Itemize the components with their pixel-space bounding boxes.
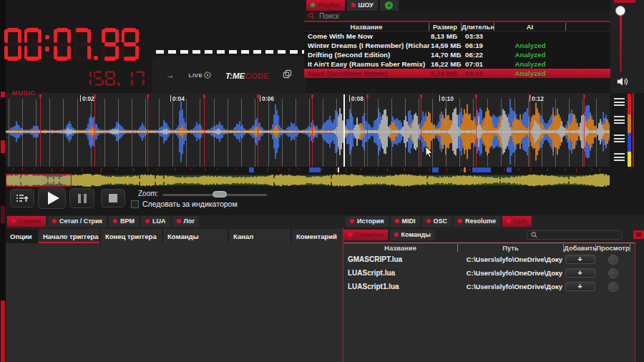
volume-slider[interactable]	[620, 11, 622, 72]
follow-checkbox[interactable]	[131, 200, 139, 208]
zoom-slider-handle[interactable]	[213, 191, 227, 197]
time-label: 0:06	[262, 95, 274, 102]
view-script-radio[interactable]	[608, 255, 618, 265]
time-label: 0:04	[172, 95, 185, 102]
waveform-display[interactable]	[6, 93, 610, 167]
secondary-display	[82, 71, 147, 86]
layer-menu-icon[interactable]	[614, 98, 625, 106]
tab-status-dot	[311, 3, 315, 7]
script-tab-4[interactable]: Лог	[172, 216, 200, 227]
search-icon	[531, 232, 537, 238]
layer-row	[614, 134, 625, 142]
volume-value-label	[614, 0, 635, 3]
layer-row	[614, 116, 625, 124]
column-header: Просмотр	[596, 244, 630, 252]
script-row: GMASCRIPT.luaC:\Users\slyfo\OneDrive\Док…	[343, 253, 635, 266]
goto-arrow-button[interactable]: →	[166, 70, 175, 80]
playlist-tab-0[interactable]: Playlist	[306, 0, 345, 11]
time-label: 0:02	[82, 95, 94, 102]
layer-color-bar	[628, 114, 631, 133]
play-button[interactable]	[38, 187, 66, 209]
column-header: Путь	[458, 244, 564, 252]
playlist-row[interactable]: Naxo (Gordlixon Remix)5,74 МБ04:16Analyz…	[304, 69, 610, 78]
segment-digit	[54, 28, 71, 61]
tab-status-dot	[394, 233, 399, 237]
playlist-tab-1[interactable]: ШОУ	[347, 0, 378, 11]
tab-status-dot	[113, 219, 117, 223]
duplicate-window-button[interactable]	[283, 69, 292, 82]
lua-subtab-1[interactable]: Команды	[390, 230, 435, 240]
script-tab-2[interactable]: BPM	[109, 216, 139, 227]
live-button[interactable]: LIVE	[189, 72, 212, 79]
tab-status-dot	[348, 233, 352, 237]
add-script-button[interactable]: +	[565, 268, 595, 278]
script-panel: СкриптСетап / СтрикBPMLUAЛог ОпцииНачало…	[6, 215, 343, 362]
lua-action-button[interactable]	[633, 230, 644, 239]
script-tab-1[interactable]: Сетап / Стрик	[48, 216, 107, 227]
search-icon	[308, 13, 315, 19]
tab-status-dot	[350, 219, 354, 223]
tab-status-dot	[145, 219, 150, 223]
segment-digit	[122, 28, 139, 61]
segment-digit	[24, 28, 42, 61]
script-tab-3[interactable]: LUA	[141, 216, 170, 227]
column-header	[566, 23, 610, 31]
queue-button[interactable]	[10, 189, 34, 207]
panel-divider	[343, 228, 343, 362]
column-header: AI	[494, 23, 566, 31]
playlist-header: НазваниеРазмерДлительнAI	[304, 22, 610, 31]
add-script-button[interactable]: +	[565, 255, 595, 264]
tab-status-dot	[426, 219, 431, 223]
segment-digit	[135, 71, 145, 86]
lua-search-input[interactable]	[527, 230, 622, 240]
search-input[interactable]: Поиск	[304, 11, 610, 22]
playlist-row[interactable]: Come With Me Now8,13 МБ03:33	[304, 31, 610, 41]
speaker-icon[interactable]	[616, 76, 629, 87]
segment-digit	[74, 28, 91, 61]
tab-status-dot	[52, 219, 57, 223]
overview-waveform[interactable]	[6, 167, 610, 187]
queue-icon	[16, 192, 29, 204]
lua-subtab-0[interactable]: Скрипты	[343, 230, 388, 240]
playlist-panel: PlaylistШОУ+ Поиск НазваниеРазмерДлитель…	[304, 0, 610, 93]
lua-tab-1[interactable]: MIDI	[391, 216, 420, 227]
add-playlist-button[interactable]: +	[380, 0, 399, 11]
layer-menu-icon[interactable]	[614, 153, 625, 161]
layer-menu-icon[interactable]	[614, 116, 625, 124]
lua-scripts-table: НазваниеПутьДобавитьПросмотр GMASCRIPT.l…	[343, 243, 635, 362]
live-play-icon	[204, 72, 211, 79]
segment-digit	[102, 28, 119, 61]
column-header	[630, 244, 635, 252]
view-script-radio[interactable]	[608, 282, 618, 292]
pause-button[interactable]	[69, 188, 94, 208]
segment-digit	[105, 71, 115, 86]
tab-status-dot	[177, 219, 181, 223]
lua-tab-2[interactable]: OSC	[422, 216, 452, 227]
playlist-row[interactable]: Drifting (Second Edition)14,70 МБ06:22An…	[304, 50, 610, 59]
trigger-column-header: Начало триггера	[39, 229, 99, 243]
segment-colon	[44, 28, 52, 61]
script-tab-0[interactable]: Скрипт	[7, 216, 46, 227]
playlist-row[interactable]: Winter Dreams (I Remember) (Richard Earn…	[304, 41, 610, 50]
playlist-row[interactable]: It Ain't Easy (Rasmus Faber Remix)16,22 …	[304, 59, 610, 69]
layer-color-bar	[628, 152, 631, 167]
lua-tab-0[interactable]: История	[346, 216, 389, 227]
trigger-column-header: Команды	[163, 229, 228, 243]
layer-color-bar	[628, 94, 631, 114]
segment-digit	[82, 71, 92, 86]
tab-status-dot	[395, 219, 399, 223]
trigger-column-header: Канал	[229, 229, 291, 243]
view-script-radio[interactable]	[608, 268, 618, 278]
layer-menu-icon[interactable]	[614, 134, 625, 142]
duplicate-icon	[283, 69, 292, 79]
column-header: Длительн	[462, 23, 494, 31]
add-script-button[interactable]: +	[565, 282, 595, 291]
script-row: LUAScript.luaC:\Users\slyfo\OneDrive\Док…	[343, 266, 635, 280]
lua-table-header: НазваниеПутьДобавитьПросмотр	[343, 243, 635, 253]
lua-tab-4[interactable]: LUA	[502, 216, 532, 227]
tab-status-dot	[507, 219, 511, 223]
lua-tab-3[interactable]: Resolume	[454, 216, 500, 227]
volume-slider-knob[interactable]	[615, 6, 625, 16]
stop-button[interactable]	[101, 189, 125, 207]
column-header: Добавить	[564, 244, 596, 252]
